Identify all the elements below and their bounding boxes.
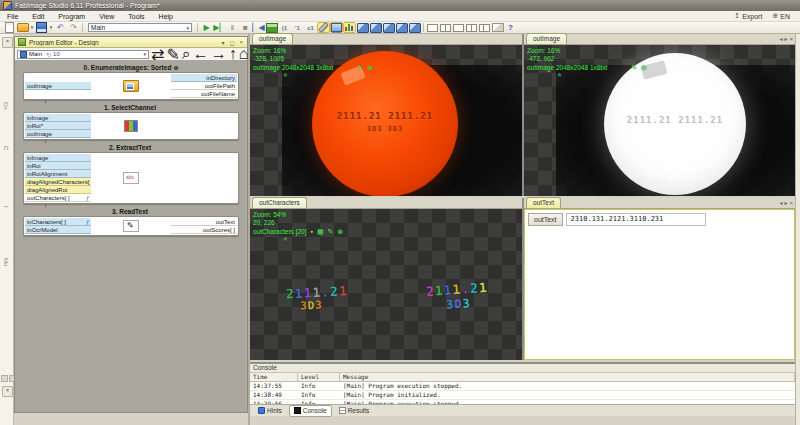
menu-item[interactable]: Edit — [25, 13, 51, 20]
layout-split-vertical-icon[interactable] — [439, 22, 452, 33]
filter-port[interactable]: inRoi* — [25, 122, 91, 130]
redo-icon[interactable]: ↷ — [67, 22, 80, 33]
menu-item[interactable]: Tools — [121, 13, 151, 20]
layout-split-horizontal-icon[interactable] — [452, 22, 465, 33]
filter-port[interactable]: inImage — [25, 154, 91, 162]
filter-port[interactable]: outFileName — [171, 90, 237, 98]
menu-item[interactable]: Help — [152, 13, 180, 20]
filter-port[interactable]: diagAlignedRoi — [25, 186, 91, 194]
module-box-icon-1[interactable] — [356, 22, 369, 33]
pause-icon[interactable]: ‖ — [226, 22, 239, 33]
module-box-icon-4[interactable] — [395, 22, 408, 33]
tab-outimage-color[interactable]: outImage — [252, 33, 293, 44]
filter-port[interactable]: inCharacters[ ]ƒ — [25, 218, 91, 226]
console-column-header[interactable]: Level — [298, 373, 340, 381]
combo-dropdown-icon[interactable]: ▾ — [143, 51, 146, 57]
mail-feedback-icon[interactable] — [491, 22, 504, 33]
new-file-icon[interactable] — [3, 22, 16, 33]
iterate-back-icon[interactable]: (1 — [278, 22, 291, 33]
filter-port[interactable]: inRoi — [25, 162, 91, 170]
console-log-row[interactable]: 14:37:55 Info [Main] Program execution s… — [250, 382, 795, 391]
save-project-icon[interactable] — [35, 22, 48, 33]
stop-icon[interactable]: ■ — [239, 22, 252, 33]
tabs-scroll-left-icon[interactable]: ◂ — [779, 35, 782, 44]
filter-block[interactable]: inImage inRoi* outImage — [23, 112, 239, 140]
edit-preview-icon[interactable]: ✎ — [631, 64, 637, 72]
bottom-dock-tab[interactable]: Hints — [253, 405, 287, 417]
export-button[interactable]: ↥ Export — [734, 12, 762, 20]
restart-icon[interactable]: ▏◀ — [252, 22, 265, 33]
collapse-overlay-icon[interactable]: « — [557, 71, 647, 79]
iterate-forward-icon[interactable]: c1 — [304, 22, 317, 33]
right-dock-rail[interactable] — [795, 34, 800, 425]
filter-block[interactable]: inCharacters[ ]ƒ inOcrModel outText outS… — [23, 216, 239, 236]
collapse-overlay-icon[interactable]: « — [283, 71, 373, 79]
filter-port[interactable]: outCharacters[ ]ƒ — [25, 194, 91, 202]
program-step[interactable]: 0. EnumerateImages: Sorted⊗ outImage inD… — [23, 63, 239, 100]
tab-outimage-mono[interactable]: outImage — [526, 33, 567, 44]
preview-windows-icon[interactable] — [330, 22, 343, 33]
filter-port[interactable]: inRoiAlignment — [25, 170, 91, 178]
open-project-icon[interactable] — [16, 22, 29, 33]
program-canvas[interactable]: 0. EnumerateImages: Sorted⊗ outImage inD… — [15, 60, 247, 412]
language-button[interactable]: ⊕ EN — [772, 12, 790, 20]
tabs-scroll-left-icon[interactable]: ◂ — [779, 199, 782, 208]
filter-port[interactable]: outImage — [25, 130, 91, 138]
edit-preview-icon[interactable]: ✎ — [328, 228, 334, 236]
console-column-header[interactable]: Time — [250, 373, 298, 381]
filter-block[interactable]: outImage inDirectory outFilePath outFile… — [23, 72, 239, 100]
outtext-value[interactable]: 2310.131.2121.3110.231 — [566, 213, 706, 226]
module-box-icon-5[interactable] — [408, 22, 421, 33]
menu-item[interactable]: View — [92, 13, 121, 20]
characters-canvas[interactable]: 2111.213D32111.213D3 Zoom: 54% 20, 226 o… — [250, 209, 522, 360]
filter-port[interactable]: inDirectory — [171, 74, 237, 82]
run-until-breakpoint-icon[interactable]: ▶▏ — [213, 22, 226, 33]
tabs-scroll-right-icon[interactable]: ▸ — [784, 199, 787, 208]
marker-icon[interactable]: ▪ — [310, 228, 312, 236]
filter-port[interactable]: inImage — [25, 114, 91, 122]
layout-side-panel-icon[interactable] — [478, 22, 491, 33]
module-box-icon-3[interactable] — [382, 22, 395, 33]
diagnostic-mode-icon[interactable] — [317, 22, 330, 33]
tabs-close-icon[interactable]: × — [789, 35, 793, 44]
tab-outcharacters[interactable]: outCharacters — [252, 197, 307, 208]
collapse-overlay-icon[interactable]: « — [283, 235, 343, 243]
tabs-close-icon[interactable]: × — [789, 199, 793, 208]
layout-single-icon[interactable] — [426, 22, 439, 33]
filter-port[interactable]: inOcrModel — [25, 226, 91, 234]
menu-item[interactable]: File — [0, 13, 25, 20]
tabs-scroll-right-icon[interactable]: ▸ — [784, 35, 787, 44]
collapsed-panel-tab[interactable]: C — [3, 146, 9, 150]
program-step[interactable]: 1. SelectChannel inImage inRoi* outImage — [23, 103, 239, 140]
filter-block[interactable]: inImage inRoi inRoiAlignment diagAligned… — [23, 152, 239, 204]
image-canvas-color[interactable]: 2111.21 2111.21 3D3 3D3 Zoom: 16% -328, … — [250, 45, 522, 196]
tab-outtext[interactable]: outText — [526, 197, 561, 208]
macrofilter-combo[interactable]: Main ↻ 10 ▾ — [17, 50, 149, 59]
undo-icon[interactable]: ↶ — [54, 22, 67, 33]
program-step[interactable]: 2. ExtractText inImage inRoi inRoiAlignm… — [23, 143, 239, 204]
run-program-icon[interactable]: ▶ — [200, 22, 213, 33]
collapsed-panel-tab[interactable]: I — [3, 206, 9, 208]
filter-port[interactable]: outFilePath — [171, 82, 237, 90]
bottom-dock-tab[interactable]: Results — [334, 405, 375, 417]
grid-icon[interactable]: ▦ — [317, 228, 324, 236]
layout-quad-icon[interactable] — [465, 22, 478, 33]
help-icon[interactable]: ? — [504, 22, 517, 33]
statistics-icon[interactable] — [343, 22, 356, 33]
bottom-dock-tab[interactable]: Console — [289, 405, 332, 417]
iterate-current-icon[interactable]: '1 — [291, 22, 304, 33]
module-box-icon-2[interactable] — [369, 22, 382, 33]
filter-port[interactable]: outScores[ ] — [171, 226, 237, 234]
combo-dropdown-icon[interactable]: ▾ — [186, 25, 189, 31]
menu-item[interactable]: Program — [51, 13, 92, 20]
filter-port[interactable]: diagAlignedCharacters[ ] — [25, 178, 91, 186]
close-panel-icon[interactable]: × — [2, 386, 13, 397]
collapsed-panel-tab[interactable]: Co — [3, 102, 9, 110]
filter-port[interactable]: outText — [171, 218, 237, 226]
console-log-row[interactable]: 14:38:49 Info [Main] Program initialized… — [250, 391, 795, 400]
close-preview-icon[interactable]: ⊗ — [641, 64, 647, 72]
program-step[interactable]: 3. ReadText inCharacters[ ]ƒ inOcrModel — [23, 207, 239, 236]
console-column-header[interactable]: Message — [340, 373, 795, 381]
filter-port[interactable]: outImage — [25, 82, 91, 90]
program-selector-combo[interactable]: Main ▾ — [88, 23, 192, 32]
